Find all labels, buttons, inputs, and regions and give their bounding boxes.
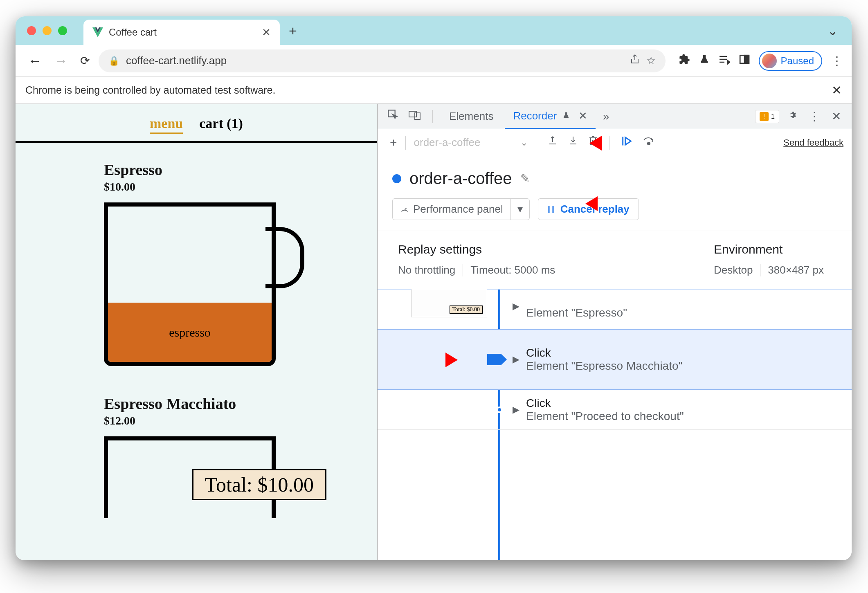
product-title: Espresso [104,161,377,179]
current-step-marker-icon [487,351,507,368]
url-text: coffee-cart.netlify.app [126,54,227,67]
step-row-current[interactable]: ▶ Click Element "Espresso Macchiato" [378,329,852,390]
svg-point-5 [648,142,650,145]
issues-count: 1 [771,113,775,120]
svg-rect-3 [409,111,416,117]
export-icon[interactable] [544,136,561,149]
new-tab-button[interactable]: + [289,23,297,39]
timeout-value[interactable]: Timeout: 5000 ms [463,264,562,276]
close-devtools-icon[interactable]: ✕ [828,110,845,123]
recording-header: order-a-coffee ✎ Performance panel ▾ Can… [378,156,852,231]
product-cup[interactable]: espresso [104,202,280,366]
expand-caret-icon[interactable]: ▶ [513,301,519,312]
step-row[interactable]: ▶ Click Element "Proceed to checkout" [378,390,852,430]
automation-banner-text: Chrome is being controlled by automated … [25,84,275,96]
step-target: Element "Espresso Macchiato" [526,359,682,373]
record-indicator-icon [392,174,401,183]
main-split: menu cart (1) Espresso $10.00 espresso E… [16,104,852,560]
close-tab-icon[interactable]: ✕ [578,110,587,122]
step-button[interactable] [640,136,659,149]
new-recording-button[interactable]: + [386,136,401,150]
warning-icon: ! [760,112,769,121]
step-target: Element "Proceed to checkout" [526,410,684,423]
svg-rect-1 [744,55,749,63]
window-controls [27,26,67,35]
lock-icon: 🔒 [108,56,119,66]
send-feedback-link[interactable]: Send feedback [783,137,843,148]
throttling-value[interactable]: No throttling [398,264,463,276]
recording-selector[interactable]: order-a-coffee [410,135,516,150]
maximize-window-button[interactable] [58,26,67,35]
step-row[interactable]: Total: $0.00 ▶ Click Element "Espresso" [378,289,852,329]
gauge-icon [400,205,409,214]
replay-settings-row: Replay settings No throttling Timeout: 5… [378,231,852,289]
back-button[interactable]: ← [25,53,45,69]
tab-elements[interactable]: Elements [441,104,501,128]
issues-badge[interactable]: ! 1 [755,110,779,123]
annotation-arrow-icon [585,191,622,216]
tab-title: Coffee cart [109,27,157,38]
toolbar-icons: Paused ⋮ [679,51,843,71]
import-icon[interactable] [565,136,581,149]
recorder-toolbar: + order-a-coffee ⌄ [378,129,852,156]
nav-menu-link[interactable]: menu [150,116,183,134]
device-toggle-icon[interactable] [405,110,424,123]
tab-recorder[interactable]: Recorder ✕ [505,104,595,129]
kebab-icon[interactable]: ⋮ [805,110,824,123]
paused-label: Paused [781,55,814,67]
panel-icon[interactable] [739,54,750,67]
nav-cart-link[interactable]: cart (1) [199,116,243,134]
gear-icon[interactable] [783,110,801,123]
steps-timeline: Total: $0.00 ▶ Click Element "Espresso" … [378,289,852,560]
browser-tab[interactable]: Coffee cart ✕ [83,20,280,45]
automation-banner: Chrome is being controlled by automated … [16,77,852,104]
step-target: Element "Espresso" [526,306,627,319]
perf-panel-label: Performance panel [413,203,503,216]
close-window-button[interactable] [27,26,36,35]
address-bar[interactable]: 🔒 coffee-cart.netlify.app ☆ [99,49,666,72]
tabs-dropdown-icon[interactable]: ⌄ [828,24,838,38]
close-tab-icon[interactable]: ✕ [262,26,271,39]
step-action: Click [526,397,684,410]
profile-paused-chip[interactable]: Paused [759,51,822,71]
reload-button[interactable]: ⟳ [77,54,93,67]
bookmark-icon[interactable]: ☆ [646,54,656,67]
more-tabs-icon[interactable]: » [599,110,614,123]
chevron-down-icon[interactable]: ▾ [510,199,529,220]
extensions-icon[interactable] [679,54,690,68]
flask-icon[interactable] [699,54,710,68]
cart-total-badge[interactable]: Total: $10.00 [192,469,326,500]
edit-title-icon[interactable]: ✎ [520,172,530,185]
env-viewport-value[interactable]: 380×487 px [760,264,831,276]
forward-button[interactable]: → [51,53,71,69]
page-nav: menu cart (1) [16,104,377,143]
thumb-total-label: Total: $0.00 [450,305,483,314]
avatar-icon [762,54,777,68]
devtools-panel: Elements Recorder ✕ » ! 1 ⋮ ✕ [378,104,852,560]
env-device-value[interactable]: Desktop [714,264,760,276]
replay-settings-heading: Replay settings [398,243,562,256]
expand-caret-icon[interactable]: ▶ [513,404,519,415]
minimize-window-button[interactable] [43,26,52,35]
browser-window: Coffee cart ✕ + ⌄ ← → ⟳ 🔒 coffee-cart.ne… [16,16,852,560]
performance-panel-button[interactable]: Performance panel ▾ [392,198,530,220]
annotation-arrow-icon [589,131,626,155]
chevron-down-icon[interactable]: ⌄ [520,137,528,148]
share-icon[interactable] [630,54,640,67]
product-title: Espresso Macchiato [104,395,377,413]
product-price: $12.00 [104,414,377,427]
step-thumbnail: Total: $0.00 [411,289,487,317]
step-action: Click [526,346,682,359]
inspect-icon[interactable] [384,109,402,124]
tab-strip: Coffee cart ✕ + ⌄ [16,16,852,45]
environment-heading: Environment [714,243,831,256]
annotation-arrow-icon [421,348,458,372]
step-marker-icon [496,407,503,413]
product-price: $10.00 [104,180,377,193]
kebab-menu-icon[interactable]: ⋮ [831,54,843,67]
toolbar: ← → ⟳ 🔒 coffee-cart.netlify.app ☆ [16,45,852,77]
svg-rect-4 [415,113,420,119]
expand-caret-icon[interactable]: ▶ [513,354,519,365]
close-banner-icon[interactable]: ✕ [832,83,842,97]
media-icon[interactable] [719,54,730,67]
